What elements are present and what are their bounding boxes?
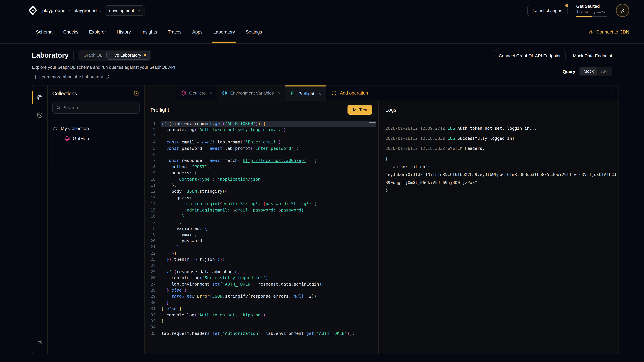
- learn-more-link[interactable]: Learn more about the Laboratory: [32, 74, 176, 79]
- code-line-28[interactable]: 28 } else {: [144, 287, 378, 294]
- line-number: 34: [144, 324, 161, 331]
- add-collection-button[interactable]: [134, 90, 140, 96]
- preflight-script-editor[interactable]: 1if (!lab.environment.get("AUTH_TOKEN"))…: [144, 119, 378, 354]
- collections-tree: My Collection GetHero: [48, 119, 144, 148]
- close-tab-icon[interactable]: ×: [210, 90, 212, 96]
- query-option-api[interactable]: API: [598, 67, 612, 75]
- code-line-5[interactable]: 5 const password = await lab.prompt('Ent…: [144, 145, 378, 151]
- test-button[interactable]: Test: [348, 105, 372, 115]
- line-number: 21: [144, 244, 161, 250]
- nav-item-settings[interactable]: Settings: [242, 21, 266, 42]
- mode-option-graphiql[interactable]: GraphiQL: [79, 51, 106, 60]
- close-tab-icon[interactable]: ×: [278, 90, 280, 96]
- collections-title: Collections: [52, 90, 77, 96]
- code-line-10[interactable]: 10 'Content-Type': 'application/json': [144, 176, 378, 182]
- code-line-6[interactable]: 6: [144, 151, 378, 158]
- logs-title: Logs: [386, 107, 396, 113]
- connect-graphql-endpoint-button[interactable]: Connect GraphQL API Endpoint: [494, 50, 566, 62]
- code-line-21[interactable]: 21 }: [144, 244, 378, 250]
- code-line-22[interactable]: 22 }): [144, 250, 378, 256]
- logs-output[interactable]: 2026-01-26T12:12:09.271Z LOG Auth token …: [379, 119, 618, 354]
- tabs-container: GetHero×Environment Variables×Preflight×: [176, 85, 326, 100]
- mode-option-hive-laboratory[interactable]: Hive Laboratory: [106, 51, 150, 60]
- code-line-8[interactable]: 8 method: "POST",: [144, 164, 378, 170]
- breadcrumb-org[interactable]: playground: [42, 8, 66, 13]
- collection-folder-label: My Collection: [61, 126, 89, 131]
- latest-changes-button[interactable]: Latest changes: [527, 5, 568, 16]
- breadcrumb-project[interactable]: playground: [74, 8, 97, 13]
- code-line-15[interactable]: 15 adminLogin(email: $email, password: $…: [144, 207, 378, 213]
- close-tab-icon[interactable]: ×: [318, 91, 321, 96]
- code-line-3[interactable]: 3: [144, 133, 378, 139]
- code-line-9[interactable]: 9 headers: {: [144, 170, 378, 176]
- nav-item-apps[interactable]: Apps: [188, 21, 206, 42]
- code-line-27[interactable]: 27 lab.environment.set("AUTH_TOKEN", res…: [144, 281, 378, 287]
- nav-item-traces[interactable]: Traces: [164, 21, 186, 42]
- code-line-32[interactable]: 32 console.log('Auth token set, skipping…: [144, 312, 378, 318]
- line-number: 35: [144, 331, 161, 337]
- code-line-23[interactable]: 23 }).then(r => r.json());: [144, 256, 378, 263]
- code-line-20[interactable]: 20 password: [144, 238, 378, 244]
- target-selector[interactable]: development: [105, 5, 145, 15]
- rail-history-button[interactable]: [32, 106, 48, 124]
- code-line-11[interactable]: 11 },: [144, 182, 378, 189]
- line-number: 4: [144, 139, 161, 145]
- get-started-progress: [576, 16, 607, 17]
- script-icon: [290, 91, 295, 96]
- editor-scroll-handle[interactable]: [369, 122, 376, 123]
- nav-item-insights[interactable]: Insights: [138, 21, 161, 42]
- code-line-26[interactable]: 26 console.log('Successfully logged in!'…: [144, 275, 378, 281]
- tab-preflight[interactable]: Preflight×: [286, 85, 326, 100]
- avatar[interactable]: [616, 4, 629, 17]
- mock-data-endpoint-button[interactable]: Mock Data Endpoint: [573, 53, 612, 58]
- top-bar-right: Latest changes Get Started 3 remaining t…: [527, 3, 629, 17]
- add-operation-button[interactable]: Add operation: [326, 85, 373, 100]
- search-input[interactable]: [64, 105, 136, 110]
- code-line-13[interactable]: 13 query: `: [144, 195, 378, 201]
- code-line-35[interactable]: 35lab.request.headers.set('Authorization…: [144, 331, 378, 337]
- code-line-24[interactable]: 24: [144, 263, 378, 269]
- code-line-19[interactable]: 19 email,: [144, 232, 378, 238]
- code-line-17[interactable]: 17 `,: [144, 219, 378, 226]
- code-line-2[interactable]: 2 console.log('Auth token not set, loggi…: [144, 127, 378, 133]
- line-number: 13: [144, 195, 161, 201]
- nav-item-explorer[interactable]: Explorer: [85, 21, 110, 42]
- code-line-25[interactable]: 25 if (response.data.adminLogin) {: [144, 269, 378, 275]
- tab-gethero[interactable]: GetHero×: [176, 85, 218, 100]
- folder-plus-icon: [134, 90, 140, 96]
- code-line-18[interactable]: 18 variables: {: [144, 226, 378, 232]
- nav-item-schema[interactable]: Schema: [32, 21, 56, 42]
- fullscreen-button[interactable]: [603, 85, 619, 100]
- query-option-mock[interactable]: Mock: [580, 67, 598, 75]
- operation-tab-bar: GetHero×Environment Variables×Preflight×…: [176, 85, 619, 101]
- preflight-title: Preflight: [150, 107, 169, 113]
- collection-folder-my-collection[interactable]: My Collection: [52, 126, 140, 131]
- get-started-widget[interactable]: Get Started 3 remaining tasks: [576, 3, 607, 17]
- nav-item-checks[interactable]: Checks: [59, 21, 82, 42]
- code-line-30[interactable]: 30 }: [144, 300, 378, 306]
- tab-environment-variables[interactable]: Environment Variables×: [218, 85, 286, 100]
- collections-search[interactable]: [52, 102, 140, 114]
- line-number: 31: [144, 306, 161, 312]
- code-line-33[interactable]: 33}: [144, 318, 378, 324]
- rail-collections-button[interactable]: [32, 89, 48, 106]
- connect-to-cdn-link[interactable]: Connect to CDN: [588, 29, 629, 34]
- nav-item-history[interactable]: History: [113, 21, 135, 42]
- code-line-4[interactable]: 4 const email = await lab.prompt('Enter …: [144, 139, 378, 145]
- hive-logo-icon[interactable]: [28, 6, 38, 15]
- line-number: 32: [144, 312, 161, 318]
- line-number: 15: [144, 207, 161, 213]
- collection-operation-gethero[interactable]: GetHero: [64, 136, 140, 141]
- code-line-1[interactable]: 1if (!lab.environment.get("AUTH_TOKEN"))…: [144, 121, 378, 127]
- code-line-16[interactable]: 16 }: [144, 213, 378, 219]
- code-line-31[interactable]: 31} else {: [144, 306, 378, 312]
- code-line-29[interactable]: 29 throw new Error(JSON.stringify(respon…: [144, 294, 378, 300]
- code-line-7[interactable]: 7 const response = await fetch("http://l…: [144, 158, 378, 164]
- code-line-14[interactable]: 14 mutation Login($email: String!, $pass…: [144, 201, 378, 207]
- nav-item-laboratory[interactable]: Laboratory: [209, 21, 239, 42]
- title-divider: [73, 51, 74, 59]
- line-number: 8: [144, 164, 161, 170]
- code-line-12[interactable]: 12 body: JSON.stringify({: [144, 189, 378, 195]
- rail-settings-button[interactable]: [32, 334, 48, 351]
- code-line-34[interactable]: 34: [144, 324, 378, 331]
